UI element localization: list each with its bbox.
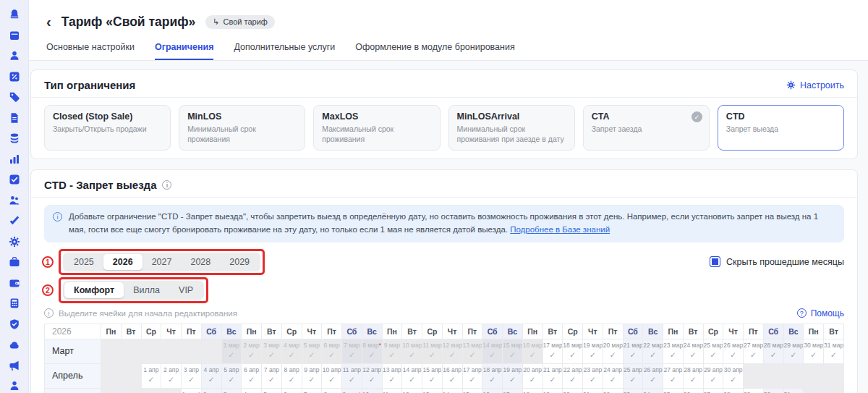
restriction-card-cta[interactable]: CTAЗапрет заезда✓ [583,105,710,151]
date-cell[interactable]: 21 апр✓ [542,363,563,388]
date-cell[interactable]: 10 апр✓ [322,363,342,388]
date-cell[interactable]: 25 мая✓ [663,388,684,393]
restriction-card-ctd[interactable]: CTDЗапрет выезда [718,105,844,151]
date-cell[interactable]: 16 мая✓ [482,388,503,393]
date-cell[interactable]: 31 мар✓ [824,339,844,363]
date-cell[interactable]: 30 мар✓ [804,339,824,363]
tab-main-settings[interactable]: Основные настройки [46,42,135,60]
date-cell[interactable]: 2 апр✓ [161,363,182,388]
people-icon[interactable] [9,195,20,206]
tab-booking-module[interactable]: Оформление в модуле бронирования [355,42,514,60]
check-square-icon[interactable] [9,174,20,185]
date-cell[interactable]: 13 мая✓ [422,388,443,393]
user-icon[interactable] [9,50,20,62]
tab-restrictions[interactable]: Ограничения [155,42,214,60]
date-cell[interactable]: 29 апр✓ [703,363,723,388]
room-tab-VIP[interactable]: VIP [169,282,203,298]
year-tab-2029[interactable]: 2029 [220,254,259,270]
wallet-icon[interactable] [9,277,20,289]
configure-link[interactable]: Настроить [786,80,844,90]
date-cell[interactable]: 9 апр✓ [302,363,322,388]
date-cell[interactable]: 19 мая✓ [542,388,563,393]
date-cell[interactable]: 11 мар✓ [422,339,443,363]
date-cell[interactable]: 9 мар✓ [382,339,402,363]
date-cell[interactable]: 5 апр✓ [221,363,242,388]
date-cell[interactable]: 14 мар✓ [482,339,503,363]
date-cell[interactable]: 8 апр✓ [281,363,302,388]
date-cell[interactable]: 17 апр✓ [462,363,482,388]
date-cell[interactable]: 20 апр✓ [522,363,542,388]
date-cell[interactable]: 22 апр✓ [563,363,583,388]
date-cell[interactable]: 30 мая✓ [763,388,783,393]
date-cell[interactable]: 20 мая✓ [563,388,583,393]
date-cell[interactable]: 26 апр✓ [643,363,663,388]
date-cell[interactable]: 18 апр✓ [482,363,503,388]
date-cell[interactable]: 15 апр✓ [422,363,443,388]
date-cell[interactable]: 11 мая✓ [382,388,402,393]
restriction-card-closed[interactable]: Closed (Stop Sale)Закрыть/Открыть продаж… [44,105,171,151]
date-cell[interactable]: 22 мар✓ [643,339,663,363]
year-tab-2028[interactable]: 2028 [181,254,220,270]
brush-icon[interactable] [9,215,20,227]
date-cell[interactable]: 12 апр✓ [362,363,382,388]
date-cell[interactable]: 1 мая*✓ [182,388,202,393]
date-cell[interactable]: 15 мар✓ [503,339,523,363]
bar-chart-icon[interactable] [9,153,20,165]
date-cell[interactable]: 22 мая✓ [603,388,623,393]
date-cell[interactable]: 27 апр✓ [663,363,684,388]
bell-icon[interactable] [9,9,20,20]
date-cell[interactable]: 1 мар✓ [221,339,242,363]
date-cell[interactable]: 6 апр✓ [242,363,262,388]
date-cell[interactable]: 26 мая✓ [683,388,703,393]
date-cell[interactable]: 4 мая✓ [242,388,262,393]
date-cell[interactable]: 25 мар✓ [703,339,723,363]
briefcase-icon[interactable] [9,256,20,268]
date-cell[interactable]: 10 мая✓ [362,388,382,393]
date-cell[interactable]: 21 мая✓ [583,388,603,393]
date-cell[interactable]: 27 мар✓ [744,339,764,363]
date-cell[interactable]: 5 мар✓ [302,339,322,363]
year-tab-2027[interactable]: 2027 [142,254,182,270]
date-cell[interactable]: 3 мар✓ [262,339,282,363]
tag-icon[interactable] [9,91,20,103]
date-cell[interactable]: 16 апр✓ [442,363,462,388]
help-link[interactable]: ? Помощь [797,308,844,318]
hide-past-months-checkbox[interactable]: Скрыть прошедшие месяцы [710,256,844,267]
date-cell[interactable]: 27 мая✓ [703,388,723,393]
date-cell[interactable]: 18 мая✓ [522,388,542,393]
date-cell[interactable]: 13 мар✓ [462,339,482,363]
year-tab-2026[interactable]: 2026 [103,254,142,270]
date-cell[interactable]: 24 мар✓ [683,339,703,363]
date-cell[interactable]: 16 мар✓ [522,339,542,363]
date-cell[interactable]: 12 мар✓ [442,339,462,363]
calculator-icon[interactable] [9,297,20,309]
date-cell[interactable]: 24 апр✓ [603,363,623,388]
date-cell[interactable]: 3 апр✓ [182,363,202,388]
restriction-card-minlos[interactable]: MinLOSМинимальный срок проживания [179,105,305,151]
date-cell[interactable]: 14 мая✓ [442,388,462,393]
date-cell[interactable]: 4 апр✓ [201,363,221,388]
date-cell[interactable]: 24 мая✓ [643,388,663,393]
date-cell[interactable]: 20 мар✓ [603,339,623,363]
date-cell[interactable]: 5 мая✓ [262,388,282,393]
calendar-icon[interactable] [9,30,20,41]
date-cell[interactable]: 25 апр✓ [623,363,643,388]
percent-square-icon[interactable] [9,71,20,83]
date-cell[interactable]: 7 мар✓ [342,339,362,363]
date-cell[interactable]: 29 мая✓ [744,388,764,393]
date-cell[interactable]: 28 мая✓ [723,388,744,393]
date-cell[interactable]: 11 апр✓ [342,363,362,388]
date-cell[interactable]: 23 мар✓ [663,339,684,363]
date-cell[interactable]: 28 апр✓ [683,363,703,388]
restriction-card-maxlos[interactable]: MaxLOSМаксимальный срок проживания [313,105,440,151]
date-cell[interactable]: 28 мар✓ [763,339,783,363]
date-cell[interactable]: 2 мар✓ [242,339,262,363]
date-cell[interactable]: 12 мая✓ [402,388,422,393]
date-cell[interactable]: 18 мар✓ [563,339,583,363]
room-tab-Комфорт[interactable]: Комфорт [64,282,124,298]
date-cell[interactable]: 26 мар✓ [723,339,744,363]
coins-icon[interactable] [9,132,20,144]
date-cell[interactable]: 29 мар✓ [783,339,804,363]
date-cell[interactable]: 6 мар✓ [322,339,342,363]
cloud-icon[interactable] [9,339,20,350]
